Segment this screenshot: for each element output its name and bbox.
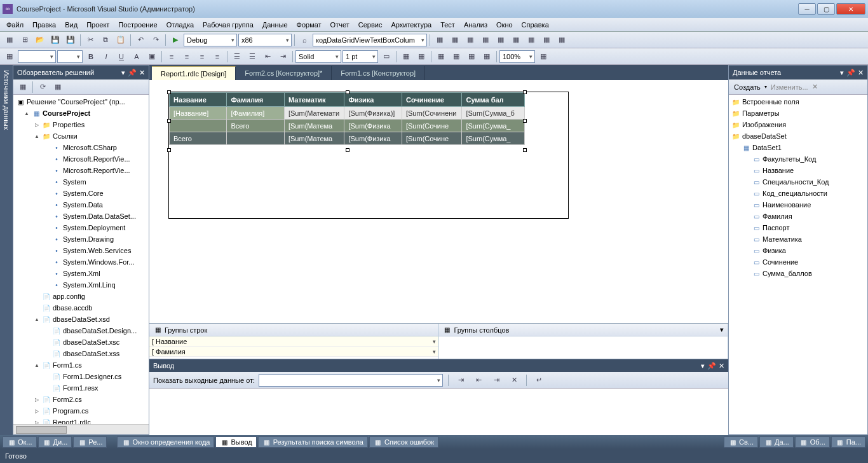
minimize-button[interactable]: ─ xyxy=(798,3,816,15)
column-header[interactable]: Название xyxy=(170,93,227,107)
project-node[interactable]: ▲ ▦ CourseProject xyxy=(13,107,149,119)
bottom-tab[interactable]: ▦Список ошибок xyxy=(369,436,438,448)
rd-tree-item[interactable]: ▭Название xyxy=(729,165,867,176)
close-button[interactable]: ✕ xyxy=(836,3,865,15)
align-center-icon[interactable]: ≡ xyxy=(180,50,194,64)
menu-Файл[interactable]: Файл xyxy=(3,20,27,30)
goto-icon[interactable]: ⇥ xyxy=(454,373,468,387)
row-group-item[interactable]: [ Название xyxy=(149,336,438,347)
tree-item[interactable]: •Microsoft.ReportViе... xyxy=(13,153,149,165)
bottom-tab[interactable]: ▦Результаты поиска символа xyxy=(258,436,368,448)
tree-item[interactable]: 📄dbaseDataSet.Design... xyxy=(13,325,149,336)
tree-item[interactable]: 📄dbase.accdb xyxy=(13,302,149,314)
showall-icon[interactable]: ▦ xyxy=(51,80,65,94)
bold-icon[interactable]: B xyxy=(84,50,98,64)
font-combo[interactable] xyxy=(18,50,56,63)
chevron-down-icon[interactable]: ▾ xyxy=(840,69,844,77)
tree-item[interactable]: •System.Deployment xyxy=(13,222,149,233)
tree-item[interactable]: ▷📁Properties xyxy=(13,119,149,130)
tree-item[interactable]: •System xyxy=(13,176,149,188)
bottom-tab[interactable]: ▦Окно определения кода xyxy=(117,436,214,448)
tree-item[interactable]: ▲📄Form1.cs xyxy=(13,359,149,371)
cell[interactable]: [Sum(Физика)] xyxy=(344,107,402,120)
rd-tree-item[interactable]: ▭Математика xyxy=(729,233,867,245)
tree-item[interactable]: •System.Data.DataSet... xyxy=(13,211,149,222)
rd-tree-item[interactable]: 📁Изображения xyxy=(729,119,867,130)
pin-icon[interactable]: ▾ xyxy=(121,69,125,77)
report-data-tree[interactable]: 📁Встроенные поля📁Параметры📁Изображения📁d… xyxy=(729,95,867,434)
bottom-tab[interactable]: ▦Об... xyxy=(795,436,830,448)
tree-item[interactable]: •System.Web.Services xyxy=(13,245,149,256)
find-icon[interactable]: ⌕ xyxy=(297,33,311,47)
delete-icon[interactable]: ✕ xyxy=(812,83,818,91)
chevron-down-icon[interactable]: ▾ xyxy=(720,326,724,334)
cut-icon[interactable]: ✂ xyxy=(83,33,97,47)
cell[interactable]: [Sum(Сочинени xyxy=(402,107,462,120)
lineweight-combo[interactable]: 1 pt xyxy=(342,50,378,63)
save-icon[interactable]: 💾 xyxy=(48,33,62,47)
tree-item[interactable]: ▲📄dbaseDataSet.xsd xyxy=(13,314,149,325)
menu-Рабочая группа[interactable]: Рабочая группа xyxy=(199,20,257,30)
rd-tree-item[interactable]: ▭Физика xyxy=(729,245,867,256)
find-combo[interactable]: кодDataGridViewTextBoxColum xyxy=(313,34,427,46)
create-button[interactable]: Создать xyxy=(731,83,763,91)
new-project-icon[interactable]: ▦ xyxy=(3,33,17,47)
tb-icon[interactable]: ▦ xyxy=(448,33,462,47)
menu-Формат[interactable]: Формат xyxy=(293,20,325,30)
tree-item[interactable]: •System.Drawing xyxy=(13,233,149,245)
cell[interactable]: [Sum(Математи xyxy=(284,107,344,120)
tb-icon[interactable]: ▦ xyxy=(555,33,569,47)
solution-tree[interactable]: ▣ Решение "CourseProject" (пр... ▲ ▦ Cou… xyxy=(13,95,149,424)
linecolor-icon[interactable]: ▭ xyxy=(379,50,393,64)
align-right-icon[interactable]: ≡ xyxy=(195,50,209,64)
menu-Отладка[interactable]: Отладка xyxy=(163,20,198,30)
cell[interactable]: [Sum(Сумма_ xyxy=(462,120,525,132)
fontcolor-icon[interactable]: A xyxy=(130,50,144,64)
tree-item[interactable]: •System.Data xyxy=(13,199,149,211)
tree-item[interactable]: 📄app.config xyxy=(13,291,149,302)
cell[interactable]: Всего xyxy=(170,132,227,145)
close-icon[interactable]: ✕ xyxy=(139,69,145,77)
undo-icon[interactable]: ↶ xyxy=(133,33,147,47)
tree-item[interactable]: 📄Form1.Designer.cs xyxy=(13,371,149,382)
doc-tab[interactable]: Form1.cs [Конструктор] xyxy=(332,66,425,80)
pin-icon[interactable]: 📌 xyxy=(846,69,855,77)
pin-icon[interactable]: 📌 xyxy=(707,362,716,370)
rd-tree-item[interactable]: ▭Специальности_Код xyxy=(729,176,867,188)
clear-icon[interactable]: ✕ xyxy=(507,373,521,387)
cell[interactable]: [Sum(Сочине xyxy=(402,120,462,132)
cell[interactable]: [Sum(Физика xyxy=(344,120,402,132)
column-header[interactable]: Фамилия xyxy=(227,93,284,107)
close-icon[interactable]: ✕ xyxy=(858,69,864,77)
copy-icon[interactable]: ⧉ xyxy=(98,33,112,47)
tb-icon[interactable]: ▦ xyxy=(463,33,477,47)
rd-tree-item[interactable]: ▭Сочинение xyxy=(729,256,867,268)
menu-Вид[interactable]: Вид xyxy=(61,20,81,30)
bottom-tab[interactable]: ▦Па... xyxy=(831,436,865,448)
tree-item[interactable]: •Microsoft.CSharp xyxy=(13,142,149,153)
chevron-down-icon[interactable]: ▾ xyxy=(701,362,705,370)
menu-Отчет[interactable]: Отчет xyxy=(327,20,353,30)
cell[interactable]: [Sum(Сумма_ xyxy=(462,132,525,145)
tb-icon[interactable]: ▦ xyxy=(509,33,523,47)
menu-Сервис[interactable]: Сервис xyxy=(355,20,386,30)
cell[interactable]: [Sum(Матема xyxy=(284,120,344,132)
bottom-tab[interactable]: ▦Св... xyxy=(724,436,758,448)
close-icon[interactable]: ✕ xyxy=(719,362,724,370)
cell[interactable]: [Sum(Физика xyxy=(344,132,402,145)
tree-item[interactable]: •Microsoft.ReportViе... xyxy=(13,165,149,176)
config-combo[interactable]: Debug xyxy=(184,34,237,46)
bottom-tab[interactable]: ▦Да... xyxy=(759,436,794,448)
next-icon[interactable]: ⇥ xyxy=(489,373,503,387)
add-item-icon[interactable]: ⊞ xyxy=(18,33,32,47)
pin-icon[interactable]: 📌 xyxy=(128,69,137,77)
tree-item[interactable]: ▷📄Form2.cs xyxy=(13,394,149,405)
tree-item[interactable]: ▷📄Report1.rdlc xyxy=(13,417,149,424)
paste-icon[interactable]: 📋 xyxy=(114,33,128,47)
menu-Данные[interactable]: Данные xyxy=(259,20,292,30)
menu-Анализ[interactable]: Анализ xyxy=(460,20,491,30)
list-icon[interactable]: ☰ xyxy=(230,50,244,64)
cell[interactable]: [Название] xyxy=(170,107,227,120)
cell[interactable] xyxy=(227,132,284,145)
menu-Справка[interactable]: Справка xyxy=(518,20,553,30)
